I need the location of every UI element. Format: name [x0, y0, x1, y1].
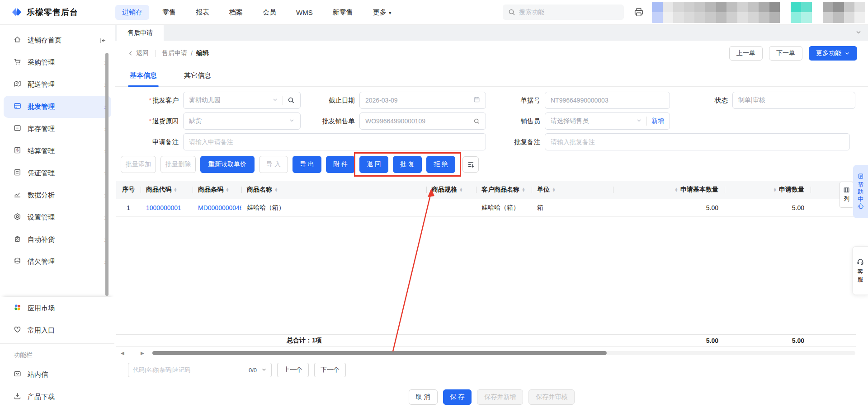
help-center-button[interactable]: 帮助中心 — [853, 165, 868, 218]
sidebar-item-settings[interactable]: 设置管理 › — [0, 206, 115, 229]
sidebar-item-purchase[interactable]: 采购管理 › — [0, 52, 115, 74]
sidebar-item-debt[interactable]: 借欠管理 › — [0, 251, 115, 273]
sidebar-item-replenish[interactable]: 自动补货 › — [0, 229, 115, 251]
customer-select[interactable]: 雾耕幼儿园 — [183, 92, 301, 109]
sort-icon[interactable]: ▲▼ — [773, 187, 777, 192]
cell-barcode: MD0000000046 — [193, 199, 241, 216]
approve-button[interactable]: 批 复 — [393, 156, 422, 173]
tab-other-info[interactable]: 其它信息 — [182, 64, 213, 87]
table-row[interactable]: 1 1000000001 MD0000000046 娃哈哈（箱） 娃哈哈（箱） … — [116, 199, 856, 217]
nav-item-baobiao[interactable]: 报表 — [189, 5, 216, 20]
sidebar-item-app-market[interactable]: 应用市场 — [0, 297, 114, 319]
col-header-product-name[interactable]: 商品名称▲▼ — [241, 181, 426, 199]
sidebar-item-home[interactable]: 进销存首页 — [0, 29, 115, 52]
next-doc-button[interactable]: 下一单 — [769, 46, 802, 61]
tab-after-sales-request[interactable]: 售后申请 — [117, 25, 164, 41]
sort-icon[interactable]: ▲▼ — [174, 187, 177, 192]
nav-item-huiyuan[interactable]: 会员 — [256, 5, 283, 20]
nav-item-lingshou[interactable]: 零售 — [156, 5, 183, 20]
reread-price-button[interactable]: 重新读取单价 — [200, 156, 255, 173]
customer-service-button[interactable]: 客服 — [852, 246, 868, 295]
quick-locate-select[interactable]: 代码|名称|条码|速记码 0/0 — [128, 363, 272, 377]
scrollbar-thumb[interactable] — [152, 351, 607, 355]
sidebar-item-wholesale[interactable]: 批发管理 › — [4, 96, 111, 118]
customer-search-icon[interactable] — [288, 97, 295, 104]
function-search-input[interactable]: 搜索功能 — [503, 5, 624, 20]
add-salesperson-link[interactable]: 新增 — [651, 117, 664, 125]
sort-icon[interactable]: ▲▼ — [226, 187, 229, 192]
reply-note-input[interactable] — [545, 133, 850, 150]
reason-select[interactable]: 缺货 — [183, 112, 301, 130]
col-header-spec[interactable]: 商品规格▲▼ — [426, 181, 476, 199]
sort-icon[interactable]: ▲▼ — [552, 187, 556, 192]
sidebar-item-voucher[interactable]: 凭证管理 › — [0, 162, 115, 184]
tab-basic-info[interactable]: 基本信息 — [128, 64, 159, 87]
batch-add-button[interactable]: 批量添加 — [121, 156, 156, 173]
prev-item-button[interactable]: 上一个 — [277, 363, 309, 377]
sidebar-item-files[interactable]: 文件列表 — [0, 408, 114, 412]
sidebar-collapse-icon[interactable] — [99, 37, 107, 44]
more-functions-button[interactable]: 更多功能 — [809, 46, 857, 61]
display-settings-button[interactable] — [462, 156, 479, 173]
sidebar-item-favorites[interactable]: 常用入口 — [0, 319, 114, 342]
back-button[interactable]: 返回 — [128, 49, 149, 57]
export-button[interactable]: 导 出 — [292, 156, 321, 173]
nav-item-dangan[interactable]: 档案 — [222, 5, 250, 20]
nav-item-jinxiaocun[interactable]: 进销存 — [115, 5, 149, 20]
deadline-date-input[interactable]: 2026-03-09 — [359, 92, 486, 109]
col-header-product-code[interactable]: 商品代码▲▼ — [141, 181, 193, 199]
barcode-link[interactable]: MD0000000046 — [198, 204, 241, 211]
print-button[interactable] — [631, 5, 646, 20]
cell-apply-qty: 5.00 — [725, 199, 811, 216]
field-label: 销售员 — [486, 117, 540, 126]
send-back-button[interactable]: 退 回 — [359, 156, 388, 173]
doc-no-input[interactable]: NT99664990000003 — [545, 92, 670, 109]
sidebar-item-messages[interactable]: 站内信 — [0, 364, 114, 386]
wholesale-order-input[interactable]: WO99664990000109 — [359, 112, 486, 130]
col-header-unit[interactable]: 单位▲▼ — [532, 181, 613, 199]
logo-diamond-icon — [11, 6, 23, 18]
product-code-link[interactable]: 1000000001 — [146, 204, 181, 211]
main-area: 售后申请 返回 售后申请 / 编辑 上一单 下一单 更多功能 基本信息 其它信息 — [115, 25, 868, 412]
sidebar-item-settlement[interactable]: $ 结算管理 › — [0, 140, 115, 162]
apply-note-input[interactable] — [183, 133, 486, 150]
sort-icon[interactable]: ▲▼ — [522, 187, 525, 192]
field-wholesale-customer: *批发客户 雾耕幼儿园 — [120, 92, 301, 109]
sidebar-bottom-section: 应用市场 常用入口 功能栏 站内信 产品下载 文件列表 — [0, 297, 114, 412]
save-and-new-button[interactable]: 保存并新增 — [477, 389, 523, 405]
nav-item-wms[interactable]: WMS — [289, 5, 320, 19]
help-doc-icon — [858, 173, 864, 179]
import-button[interactable]: 导 入 — [259, 156, 288, 173]
field-label: *批发客户 — [120, 96, 179, 105]
salesperson-select[interactable]: 请选择销售员 新增 — [545, 112, 670, 130]
sidebar-item-delivery[interactable]: 配送管理 › — [0, 74, 115, 96]
nav-item-more[interactable]: 更多▼ — [366, 5, 399, 20]
scroll-left-icon[interactable]: ◀ — [121, 351, 128, 356]
sidebar-item-downloads[interactable]: 产品下载 — [0, 386, 114, 408]
col-header-apply-qty[interactable]: ▲▼申请数量 — [725, 181, 811, 199]
save-and-audit-button[interactable]: 保存并审核 — [528, 389, 575, 405]
nav-item-xinlingshou[interactable]: 新零售 — [326, 5, 360, 20]
breadcrumb-parent[interactable]: 售后申请 — [162, 49, 187, 57]
reject-button[interactable]: 拒 绝 — [426, 156, 455, 173]
sidebar-scrollbar[interactable] — [105, 53, 108, 296]
attachment-button[interactable]: 附 件 — [326, 156, 355, 173]
sort-icon[interactable]: ▲▼ — [459, 187, 463, 192]
order-search-icon[interactable] — [473, 118, 480, 125]
save-button[interactable]: 保 存 — [443, 389, 472, 405]
cancel-button[interactable]: 取 消 — [409, 389, 438, 405]
batch-delete-button[interactable]: 批量删除 — [160, 156, 196, 173]
sidebar-item-inventory[interactable]: 库存管理 › — [0, 118, 115, 140]
col-header-barcode[interactable]: 商品条码▲▼ — [193, 181, 241, 199]
next-item-button[interactable]: 下一个 — [314, 363, 346, 377]
tab-list-collapse-icon[interactable] — [855, 29, 862, 37]
sort-icon[interactable]: ▲▼ — [274, 187, 278, 192]
prev-doc-button[interactable]: 上一单 — [729, 46, 763, 61]
sort-icon[interactable]: ▲▼ — [675, 187, 678, 192]
sidebar-item-analytics[interactable]: 数据分析 › — [0, 184, 115, 206]
scrollbar-track[interactable] — [152, 351, 855, 355]
scroll-right-icon[interactable]: ▶ — [141, 351, 148, 356]
col-header-customer-product-name[interactable]: 客户商品名称▲▼ — [476, 181, 532, 199]
col-header-apply-base-qty[interactable]: ▲▼申请基本数量 — [613, 181, 725, 199]
column-settings-button[interactable]: 列 — [840, 182, 854, 208]
